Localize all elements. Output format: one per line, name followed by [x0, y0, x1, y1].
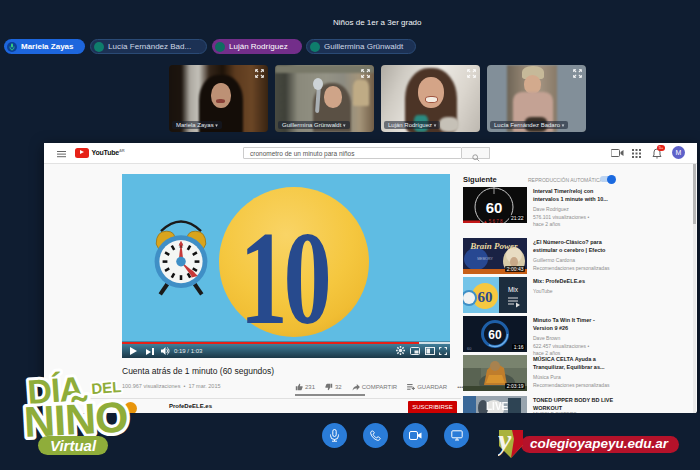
svg-text:Virtual: Virtual [50, 437, 97, 454]
svg-text:60: 60 [467, 346, 472, 351]
svg-text:60: 60 [478, 289, 493, 305]
svg-text:LIVE: LIVE [486, 401, 509, 412]
svg-text:60: 60 [486, 199, 503, 216]
svg-text:Mix: Mix [508, 286, 519, 293]
svg-text:▲ 5 6 7 8: ▲ 5 6 7 8 [483, 219, 503, 224]
svg-text:MEMORY: MEMORY [477, 257, 493, 261]
svg-text:60: 60 [488, 328, 502, 342]
svg-text:y: y [498, 429, 512, 456]
svg-text:Brain Power: Brain Power [469, 241, 518, 251]
